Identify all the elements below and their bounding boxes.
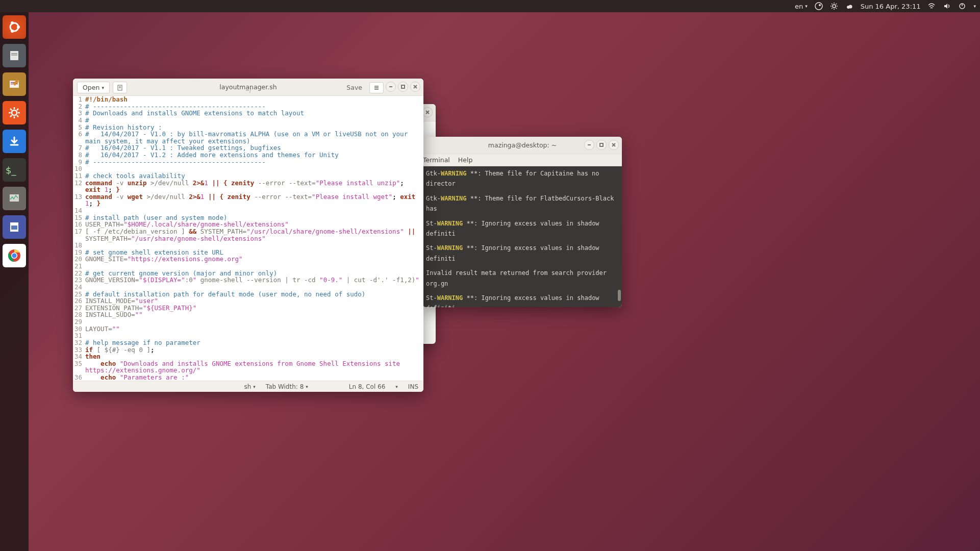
line-content: # 14/04/2017 - V1.0 : by bill-mavromatis…: [84, 131, 423, 144]
line-number: 33: [73, 346, 84, 354]
insert-mode: INS: [403, 383, 423, 390]
maximize-icon[interactable]: [596, 140, 607, 150]
cursor-caret[interactable]: ▾: [390, 384, 403, 389]
save-button[interactable]: Save: [342, 82, 366, 93]
launcher-downloads[interactable]: [3, 130, 26, 153]
wifi-icon[interactable]: [927, 2, 936, 10]
line-number: 34: [73, 353, 84, 360]
close-icon[interactable]: [422, 107, 433, 117]
code-line[interactable]: 8# 16/04/2017 - V1.2 : Added more extens…: [73, 152, 423, 159]
code-line[interactable]: 29: [73, 318, 423, 325]
svg-rect-28: [11, 226, 17, 230]
code-line[interactable]: 31: [73, 332, 423, 339]
open-button[interactable]: Open▾: [77, 82, 110, 93]
line-number: 7: [73, 144, 84, 152]
language-indicator[interactable]: en ▾: [795, 3, 808, 10]
svg-rect-11: [10, 51, 18, 60]
code-line[interactable]: 28INSTALL_SUDO="": [73, 311, 423, 318]
launcher-text-editor[interactable]: [3, 72, 26, 96]
code-line[interactable]: 1#!/bin/bash: [73, 96, 423, 103]
code-line[interactable]: 7# 16/04/2017 - V1.1 : Tweaked gsettings…: [73, 144, 423, 152]
line-number: 5: [73, 124, 84, 131]
code-line[interactable]: 9# -------------------------------------…: [73, 159, 423, 166]
menu-help[interactable]: Help: [458, 156, 473, 164]
gedit-titlebar[interactable]: Open▾ layoutmanager.sh ~/ Save: [73, 79, 423, 96]
language-selector[interactable]: sh▾: [239, 383, 260, 390]
line-number: 26: [73, 297, 84, 305]
code-line[interactable]: 16USER_PATH="$HOME/.local/share/gnome-sh…: [73, 221, 423, 228]
line-content: # 16/04/2017 - V1.1 : Tweaked gsettings,…: [84, 144, 423, 152]
code-line[interactable]: 36 echo "Parameters are :": [73, 374, 423, 381]
minimize-icon[interactable]: [386, 82, 396, 92]
code-line[interactable]: 14: [73, 207, 423, 214]
code-line[interactable]: 12command -v unzip >/dev/null 2>&1 || { …: [73, 180, 423, 193]
code-line[interactable]: 34then: [73, 353, 423, 360]
close-icon[interactable]: [410, 82, 420, 92]
code-line[interactable]: 33if [ ${#} -eq 0 ];: [73, 346, 423, 354]
code-line[interactable]: 6# 14/04/2017 - V1.0 : by bill-mavromati…: [73, 131, 423, 144]
code-line[interactable]: 5# Revision history :: [73, 124, 423, 131]
code-line[interactable]: 25# default installation path for defaul…: [73, 291, 423, 298]
line-content: INSTALL_SUDO="": [84, 311, 423, 318]
launcher-terminal[interactable]: $_: [3, 158, 26, 182]
close-icon[interactable]: [609, 140, 619, 150]
code-line[interactable]: 18: [73, 242, 423, 249]
volume-icon[interactable]: [943, 2, 951, 10]
weather-icon[interactable]: [845, 2, 853, 10]
code-line[interactable]: 3# Downloads and installs GNOME extensio…: [73, 110, 423, 117]
code-line[interactable]: 20GNOME_SITE="https://extensions.gnome.o…: [73, 256, 423, 263]
code-line[interactable]: 4#: [73, 117, 423, 124]
line-number: 21: [73, 263, 84, 270]
code-line[interactable]: 17[ -f /etc/debian_version ] && SYSTEM_P…: [73, 228, 423, 242]
power-icon[interactable]: [958, 2, 966, 10]
code-line[interactable]: 23GNOME_VERSION="$(DISPLAY=":0" gnome-sh…: [73, 277, 423, 284]
line-content: GNOME_SITE="https://extensions.gnome.org…: [84, 256, 423, 263]
launcher-settings[interactable]: [3, 101, 26, 124]
code-line[interactable]: 11# check tools availability: [73, 172, 423, 180]
code-line[interactable]: 32# help message if no parameter: [73, 339, 423, 346]
line-number: 20: [73, 256, 84, 263]
gear-icon[interactable]: [830, 2, 838, 10]
code-line[interactable]: 26INSTALL_MODE="user": [73, 297, 423, 305]
clock[interactable]: Sun 16 Apr, 23:11: [861, 3, 921, 10]
code-line[interactable]: 30LAYOUT="": [73, 325, 423, 333]
code-line[interactable]: 13command -v wget >/dev/null 2>&1 || { z…: [73, 193, 423, 207]
hamburger-menu-button[interactable]: [369, 82, 384, 93]
code-line[interactable]: 21: [73, 263, 423, 270]
code-area[interactable]: 1#!/bin/bash2# -------------------------…: [73, 96, 423, 381]
tab-width-selector[interactable]: Tab Width: 8▾: [261, 383, 313, 390]
line-number: 22: [73, 270, 84, 277]
line-content: [84, 207, 423, 214]
cursor-position: Ln 8, Col 66: [344, 383, 391, 390]
svg-line-25: [10, 115, 12, 117]
menu-terminal[interactable]: Terminal: [423, 156, 450, 164]
code-line[interactable]: 24: [73, 284, 423, 291]
launcher-ubuntu-dash[interactable]: [3, 15, 26, 39]
gedit-window[interactable]: Open▾ layoutmanager.sh ~/ Save 1#!/bin/b…: [73, 79, 423, 392]
launcher-chrome[interactable]: [3, 244, 26, 267]
code-line[interactable]: 27EXTENSION_PATH="${USER_PATH}": [73, 305, 423, 312]
line-number: 14: [73, 207, 84, 214]
session-chevron-icon[interactable]: ▾: [973, 4, 976, 9]
steam-icon[interactable]: [815, 2, 823, 10]
code-line[interactable]: 10: [73, 165, 423, 172]
code-line[interactable]: 22# get current gnome version (major and…: [73, 270, 423, 277]
line-content: GNOME_VERSION="$(DISPLAY=":0" gnome-shel…: [84, 277, 423, 284]
maximize-icon[interactable]: [398, 82, 408, 92]
launcher-libreoffice[interactable]: [3, 215, 26, 239]
code-line[interactable]: 2# -------------------------------------…: [73, 103, 423, 110]
minimize-icon[interactable]: [584, 140, 594, 150]
terminal-titlebar[interactable]: mazinga@desktop: ~: [423, 137, 622, 154]
new-document-button[interactable]: [113, 82, 127, 93]
code-line[interactable]: 35 echo "Downloads and installs GNOME ex…: [73, 360, 423, 374]
launcher-files[interactable]: [3, 44, 26, 67]
terminal-scrollbar[interactable]: [618, 290, 621, 301]
terminal-window[interactable]: mazinga@desktop: ~ Terminal Help Gtk-WAR…: [423, 137, 622, 307]
terminal-line: Gtk-WARNING **: Theme file for FlatbedCu…: [426, 193, 619, 214]
launcher-system-monitor[interactable]: [3, 187, 26, 210]
terminal-body[interactable]: Gtk-WARNING **: Theme file for Capitaine…: [423, 166, 622, 307]
line-content: # --------------------------------------…: [84, 159, 423, 166]
svg-point-8: [17, 26, 20, 29]
code-line[interactable]: 19# set gnome shell extension site URL: [73, 249, 423, 256]
code-line[interactable]: 15# install path (user and system mode): [73, 214, 423, 221]
